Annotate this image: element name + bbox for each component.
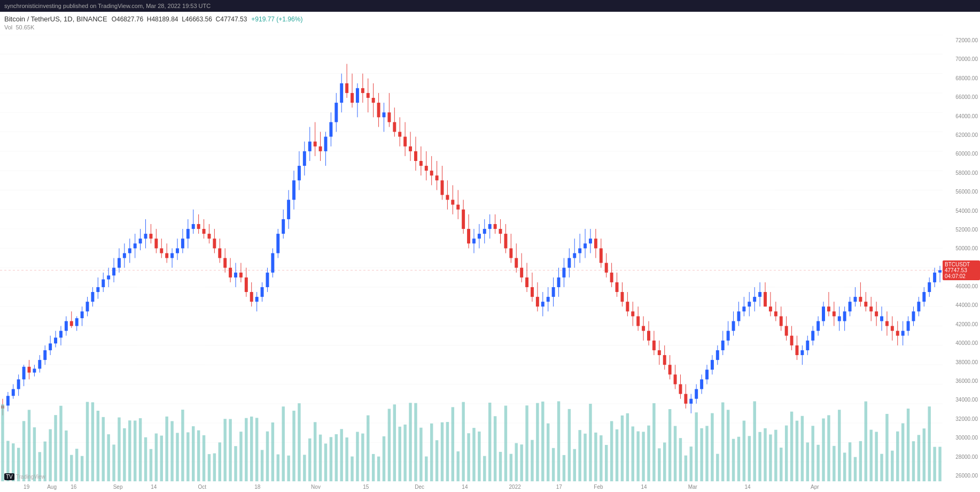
y-axis-label: 66000.00	[945, 94, 978, 100]
y-axis-label: 62000.00	[945, 132, 978, 138]
volume-info: Vol 50.65K	[4, 24, 976, 30]
symbol-name: Bitcoin / TetherUS, 1D, BINANCE	[4, 15, 107, 23]
x-axis-label: 16	[71, 484, 76, 490]
x-axis-label: Oct	[198, 484, 206, 490]
y-axis-label: 64000.00	[945, 113, 978, 119]
tv-brand: TradingView	[16, 474, 45, 480]
x-axis-label: 14	[745, 484, 751, 490]
x-axis-label: 18	[254, 484, 260, 490]
x-axis-label: Nov	[311, 484, 321, 490]
open-label: O	[112, 16, 116, 23]
x-axis-label: 14	[151, 484, 157, 490]
price-tag-time: 04:07:02	[945, 273, 978, 279]
x-axis: 19Aug16Sep14Oct18Nov15Dec14202217Feb14Ma…	[0, 481, 943, 492]
y-axis-label: 44000.00	[945, 302, 978, 308]
volume-value: 50.65K	[15, 24, 34, 30]
y-axis-label: 32000.00	[945, 416, 978, 422]
top-bar-text: synchronisticinvesting published on Trad…	[4, 3, 211, 9]
x-axis-label: 2022	[509, 484, 521, 490]
price-tag-price: 47747.53	[945, 267, 978, 273]
tradingview-logo: TV TradingView	[4, 473, 45, 480]
x-axis-label: Aug	[47, 484, 57, 490]
y-axis-label: 60000.00	[945, 151, 978, 157]
y-axis-label: 72000.00	[945, 37, 978, 43]
x-axis-label: Mar	[688, 484, 697, 490]
x-axis-label: Dec	[415, 484, 424, 490]
y-axis-label: 68000.00	[945, 75, 978, 81]
y-axis-label: 38000.00	[945, 359, 978, 365]
y-axis: 72000.0070000.0068000.0066000.0064000.00…	[943, 35, 980, 481]
y-axis-label: 52000.00	[945, 227, 978, 233]
x-axis-label: 17	[556, 484, 562, 490]
volume-label: Vol	[4, 24, 12, 30]
price-tag-symbol: BTCUSDT	[945, 262, 978, 267]
x-axis-label: 15	[363, 484, 369, 490]
x-axis-label: 14	[641, 484, 647, 490]
y-axis-label: 70000.00	[945, 56, 978, 62]
x-axis-label: Feb	[594, 484, 603, 490]
low-label: L	[182, 16, 185, 23]
y-axis-label: 28000.00	[945, 454, 978, 460]
symbol-info: Bitcoin / TetherUS, 1D, BINANCE O46827.7…	[4, 15, 976, 23]
y-axis-label: 50000.00	[945, 245, 978, 251]
y-axis-label: 34000.00	[945, 397, 978, 403]
chart-container: synchronisticinvesting published on Trad…	[0, 0, 980, 492]
y-axis-label: 42000.00	[945, 321, 978, 327]
high-value: 48189.84	[151, 16, 178, 23]
low-value: 46663.56	[185, 16, 212, 23]
close-value: 47747.53	[220, 16, 247, 23]
y-axis-label: 54000.00	[945, 208, 978, 214]
x-axis-label: 19	[24, 484, 29, 490]
open-value: 46827.76	[116, 16, 143, 23]
x-axis-label: 14	[462, 484, 468, 490]
change-value: +919.77 (+1.96%)	[251, 16, 302, 23]
y-axis-label: 58000.00	[945, 170, 978, 176]
y-axis-label: 26000.00	[945, 473, 978, 479]
y-axis-label: 46000.00	[945, 283, 978, 289]
y-axis-label: 40000.00	[945, 340, 978, 346]
price-tag: BTCUSDT 47747.53 04:07:02	[943, 260, 980, 280]
x-axis-label: Sep	[113, 484, 123, 490]
chart-header: Bitcoin / TetherUS, 1D, BINANCE O46827.7…	[0, 12, 980, 34]
x-axis-label: Apr	[811, 484, 819, 490]
close-label: C	[216, 16, 221, 23]
price-chart[interactable]	[0, 35, 943, 481]
ohlc-info: O46827.76 H48189.84 L46663.56 C47747.53	[112, 16, 247, 23]
y-axis-label: 56000.00	[945, 189, 978, 195]
y-axis-label: 30000.00	[945, 435, 978, 441]
top-bar: synchronisticinvesting published on Trad…	[0, 0, 980, 12]
y-axis-label: 36000.00	[945, 378, 978, 384]
tv-logo-box: TV	[4, 473, 14, 480]
